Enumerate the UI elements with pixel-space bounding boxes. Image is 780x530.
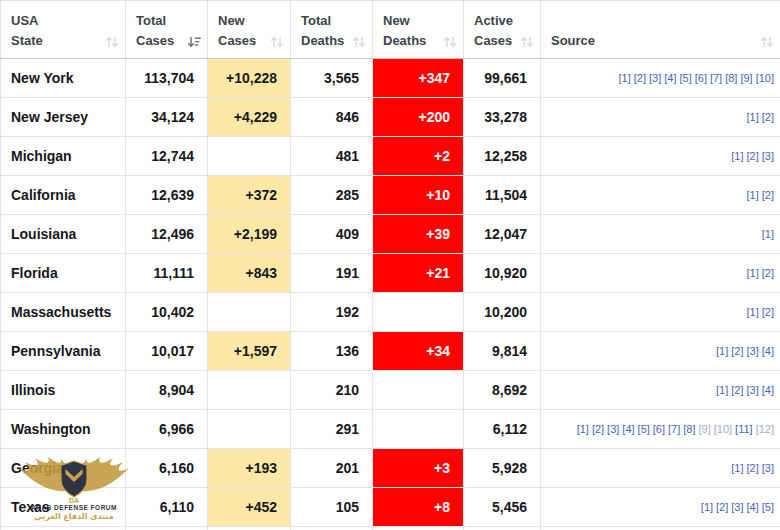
column-header-source[interactable]: Source: [541, 1, 780, 59]
new-cases-value: +193: [208, 449, 291, 488]
new-cases-value: +843: [208, 254, 291, 293]
source-link[interactable]: [3]: [607, 423, 619, 435]
sources-cell: [1][2]: [541, 254, 780, 293]
source-link[interactable]: [9]: [740, 72, 752, 84]
empty-cell: [373, 527, 464, 530]
source-link[interactable]: [5]: [638, 423, 650, 435]
source-link[interactable]: [1]: [747, 189, 759, 201]
new-deaths-value: [373, 410, 464, 449]
source-link[interactable]: [1]: [716, 345, 728, 357]
new-deaths-value: +34: [373, 332, 464, 371]
source-link[interactable]: [3]: [747, 345, 759, 357]
source-link[interactable]: [9]: [699, 423, 711, 435]
sources-cell: [1][2]: [541, 293, 780, 332]
source-link[interactable]: [3]: [762, 462, 774, 474]
source-link[interactable]: [3]: [649, 72, 661, 84]
column-header-total-cases[interactable]: TotalCases: [126, 1, 208, 59]
source-link[interactable]: [7]: [668, 423, 680, 435]
table-row: Louisiana12,496+2,199409+3912,047[1]: [1, 215, 780, 254]
new-cases-value: [208, 293, 291, 332]
total-cases-value: 11,111: [126, 254, 208, 293]
source-link[interactable]: [4]: [762, 384, 774, 396]
source-link[interactable]: [5]: [762, 501, 774, 513]
source-link[interactable]: [3]: [731, 501, 743, 513]
new-cases-value: +10,228: [208, 59, 291, 98]
source-link[interactable]: [1]: [619, 72, 631, 84]
state-name: California: [1, 176, 126, 215]
new-deaths-value: +8: [373, 488, 464, 527]
source-link[interactable]: [2]: [747, 150, 759, 162]
source-link[interactable]: [4]: [747, 501, 759, 513]
source-link[interactable]: [1]: [747, 306, 759, 318]
source-link[interactable]: [1]: [747, 111, 759, 123]
column-header-new-deaths[interactable]: NewDeaths: [373, 1, 464, 59]
source-link[interactable]: [3]: [762, 150, 774, 162]
source-link[interactable]: [12]: [756, 423, 774, 435]
source-link[interactable]: [2]: [762, 189, 774, 201]
sources-cell: [1][2][3][4][5]: [541, 488, 780, 527]
total-deaths-value: 201: [291, 449, 373, 488]
source-link[interactable]: [4]: [622, 423, 634, 435]
sort-icon: [105, 36, 119, 48]
source-link[interactable]: [2]: [762, 306, 774, 318]
source-link[interactable]: [2]: [716, 501, 728, 513]
column-header-new-cases[interactable]: NewCases: [208, 1, 291, 59]
source-link[interactable]: [2]: [731, 384, 743, 396]
column-header-usa-state[interactable]: USAState: [1, 1, 126, 59]
source-link[interactable]: [2]: [762, 267, 774, 279]
new-cases-value: +452: [208, 488, 291, 527]
source-link[interactable]: [1]: [762, 228, 774, 240]
sources-cell: [1][2][3][4]: [541, 332, 780, 371]
sources-cell: [1][2][3][4][5][6][7][8][9][10][11][12]: [541, 410, 780, 449]
source-link[interactable]: [3]: [747, 384, 759, 396]
sort-icon: [520, 36, 534, 48]
total-cases-value: 6,160: [126, 449, 208, 488]
new-cases-value: +1,597: [208, 332, 291, 371]
source-link[interactable]: [8]: [725, 72, 737, 84]
total-cases-value: 10,402: [126, 293, 208, 332]
total-cases-value: 8,904: [126, 371, 208, 410]
covid-usa-states-page: USAStateTotalCasesNewCasesTotalDeathsNew…: [0, 0, 780, 530]
active-cases-value: 6,112: [464, 410, 541, 449]
source-link[interactable]: [8]: [683, 423, 695, 435]
source-link[interactable]: [1]: [577, 423, 589, 435]
new-deaths-value: +3: [373, 449, 464, 488]
total-deaths-value: 105: [291, 488, 373, 527]
source-link[interactable]: [1]: [747, 267, 759, 279]
table-header-row: USAStateTotalCasesNewCasesTotalDeathsNew…: [1, 1, 780, 59]
total-deaths-value: 3,565: [291, 59, 373, 98]
column-header-total-deaths[interactable]: TotalDeaths: [291, 1, 373, 59]
sources-cell: [1][2][3][4][5][6][7][8][9][10]: [541, 59, 780, 98]
table-row: New Jersey34,124+4,229846+20033,278[1][2…: [1, 98, 780, 137]
sort-desc-icon: [187, 36, 201, 48]
active-cases-value: 5,456: [464, 488, 541, 527]
source-link[interactable]: [2]: [747, 462, 759, 474]
source-link[interactable]: [6]: [695, 72, 707, 84]
source-link[interactable]: [10]: [756, 72, 774, 84]
total-cases-value: 12,639: [126, 176, 208, 215]
source-link[interactable]: [1]: [701, 501, 713, 513]
source-link[interactable]: [1]: [731, 150, 743, 162]
source-link[interactable]: [10]: [714, 423, 732, 435]
source-link[interactable]: [4]: [664, 72, 676, 84]
state-name: Massachusetts: [1, 293, 126, 332]
source-link[interactable]: [2]: [762, 111, 774, 123]
active-cases-value: 33,278: [464, 98, 541, 137]
sort-icon: [352, 36, 366, 48]
source-link[interactable]: [1]: [731, 462, 743, 474]
source-link[interactable]: [2]: [634, 72, 646, 84]
source-link[interactable]: [5]: [679, 72, 691, 84]
source-link[interactable]: [2]: [731, 345, 743, 357]
source-link[interactable]: [6]: [653, 423, 665, 435]
new-cases-value: [208, 371, 291, 410]
source-link[interactable]: [4]: [762, 345, 774, 357]
table-row: Texas6,110+452105+85,456[1][2][3][4][5]: [1, 488, 780, 527]
source-link[interactable]: [2]: [592, 423, 604, 435]
state-name: New Jersey: [1, 98, 126, 137]
active-cases-value: 11,504: [464, 176, 541, 215]
source-link[interactable]: [7]: [710, 72, 722, 84]
table-row: Florida11,111+843191+2110,920[1][2]: [1, 254, 780, 293]
source-link[interactable]: [11]: [735, 423, 753, 435]
column-header-active-cases[interactable]: ActiveCases: [464, 1, 541, 59]
source-link[interactable]: [1]: [716, 384, 728, 396]
